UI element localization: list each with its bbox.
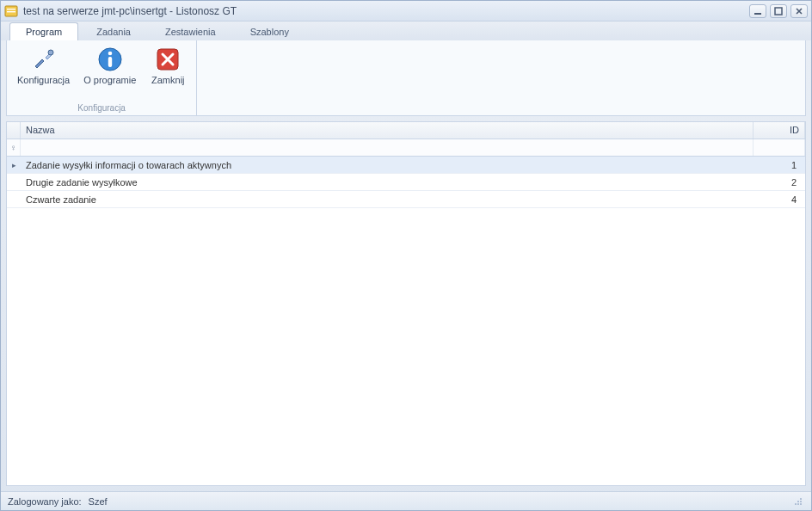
resize-grip-icon[interactable] — [792, 496, 804, 508]
status-login-label: Zalogowany jako: — [8, 496, 82, 507]
cell-nazwa: Zadanie wysyłki informacji o towarach ak… — [21, 157, 754, 173]
tab-program[interactable]: Program — [9, 22, 78, 40]
cell-nazwa: Czwarte zadanie — [21, 192, 754, 207]
about-label: O programie — [83, 75, 136, 85]
tab-zestawienia[interactable]: Zestawienia — [149, 22, 232, 40]
svg-rect-4 — [775, 8, 782, 15]
ribbon: Konfiguracja O programie Zamknij Konfigu… — [6, 40, 806, 116]
grid-body[interactable]: ▸ Zadanie wysyłki informacji o towarach … — [7, 157, 805, 485]
filter-indicator: ♀ — [7, 139, 21, 156]
window-controls — [749, 4, 808, 18]
cell-id: 2 — [754, 175, 805, 190]
statusbar: Zalogowany jako: Szef — [1, 491, 811, 510]
tab-label: Zadania — [96, 27, 131, 37]
svg-rect-3 — [754, 13, 761, 15]
svg-point-5 — [48, 50, 53, 55]
close-window-button[interactable] — [790, 4, 808, 18]
info-icon — [96, 46, 124, 73]
close-icon — [795, 7, 803, 15]
column-header-nazwa[interactable]: Nazwa — [21, 122, 754, 139]
svg-rect-8 — [108, 57, 112, 67]
status-user: Szef — [89, 496, 108, 507]
tab-szablony[interactable]: Szablony — [234, 22, 305, 40]
about-button[interactable]: O programie — [77, 42, 143, 102]
ribbon-items: Konfiguracja O programie Zamknij — [10, 42, 193, 102]
table-row[interactable]: Drugie zadanie wysyłkowe 2 — [7, 174, 805, 191]
grid-filter-row: ♀ — [7, 139, 805, 157]
close-button[interactable]: Zamknij — [143, 42, 193, 102]
wrench-screwdriver-icon — [30, 46, 58, 73]
app-window: test na serwerze jmt-pc\insertgt - Listo… — [0, 0, 812, 511]
config-label: Konfiguracja — [17, 75, 70, 85]
config-button[interactable]: Konfiguracja — [10, 42, 77, 102]
table-row[interactable]: Czwarte zadanie 4 — [7, 191, 805, 208]
cell-id: 4 — [754, 192, 805, 207]
column-selector[interactable] — [7, 122, 21, 139]
svg-point-13 — [795, 503, 797, 505]
cell-id: 1 — [754, 157, 805, 173]
ribbon-tabs: Program Zadania Zestawienia Szablony — [1, 22, 811, 40]
ribbon-group-konfiguracja: Konfiguracja O programie Zamknij Konfigu… — [7, 40, 197, 115]
svg-point-12 — [800, 501, 802, 502]
svg-point-10 — [800, 503, 802, 505]
ribbon-group-label: Konfiguracja — [10, 102, 193, 115]
cell-nazwa: Drugie zadanie wysyłkowe — [21, 175, 754, 190]
maximize-icon — [774, 7, 783, 15]
svg-rect-1 — [7, 9, 15, 9]
svg-point-15 — [800, 498, 802, 500]
svg-point-14 — [797, 501, 799, 502]
svg-point-7 — [108, 52, 112, 56]
svg-rect-2 — [7, 11, 15, 12]
svg-point-11 — [797, 503, 799, 505]
tab-label: Szablony — [250, 27, 289, 37]
app-icon — [4, 4, 18, 18]
grid-panel: Nazwa ID ♀ ▸ Zadanie wysyłki informacji … — [6, 121, 806, 486]
titlebar: test na serwerze jmt-pc\insertgt - Listo… — [1, 1, 811, 22]
row-indicator-icon: ▸ — [7, 158, 21, 172]
tab-label: Program — [26, 27, 62, 37]
row-indicator — [7, 197, 21, 202]
window-title: test na serwerze jmt-pc\insertgt - Listo… — [23, 5, 749, 17]
close-label: Zamknij — [151, 75, 185, 85]
close-x-icon — [154, 46, 181, 73]
filter-id[interactable] — [754, 139, 805, 156]
tab-label: Zestawienia — [165, 27, 216, 37]
row-indicator — [7, 180, 21, 185]
grid-header: Nazwa ID — [7, 122, 805, 139]
minimize-icon — [754, 7, 762, 15]
table-row[interactable]: ▸ Zadanie wysyłki informacji o towarach … — [7, 157, 805, 174]
filter-icon: ♀ — [10, 143, 17, 152]
column-header-id[interactable]: ID — [754, 122, 805, 139]
maximize-button[interactable] — [770, 4, 787, 18]
filter-nazwa[interactable] — [21, 139, 754, 156]
tab-zadania[interactable]: Zadania — [80, 22, 147, 40]
minimize-button[interactable] — [749, 4, 766, 18]
